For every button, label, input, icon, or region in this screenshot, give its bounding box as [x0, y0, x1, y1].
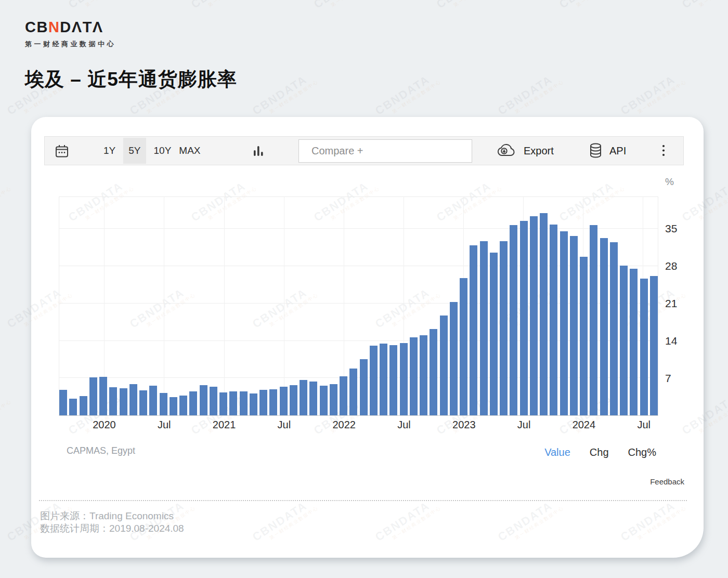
bar [590, 225, 597, 415]
range-button-1y[interactable]: 1Y [103, 145, 115, 156]
watermark-subtext: 第一财经商业数据中心 [0, 398, 13, 435]
bar [420, 335, 427, 415]
watermark: CBNDATA第一财经商业数据中心 [66, 0, 136, 16]
bar [410, 337, 418, 415]
watermark-text: CBNDATA [311, 0, 378, 11]
watermark: CBNDATA第一财经商业数据中心 [250, 68, 320, 123]
bar [600, 238, 608, 415]
chart-card: CBNDATA第一财经商业数据中心CBNDATA第一财经商业数据中心CBNDAT… [31, 117, 704, 558]
logo-data: DΛTΛ [60, 19, 103, 35]
bar [219, 392, 227, 415]
bar [349, 369, 357, 415]
watermark: CBNDATA第一财经商业数据中心 [0, 388, 13, 442]
bar [149, 386, 157, 415]
bar [370, 346, 378, 415]
range-button-10y[interactable]: 10Y [154, 145, 172, 156]
bar [160, 393, 167, 415]
y-axis-label: 7 [665, 372, 671, 385]
watermark: CBNDATA第一财经商业数据中心 [618, 68, 688, 123]
range-button-max[interactable]: MAX [179, 145, 200, 156]
watermark-subtext: 第一财经商业数据中心 [84, 0, 136, 9]
bar-chart-icon [252, 144, 265, 158]
export-button[interactable]: Export [496, 137, 554, 165]
watermark-subtext: 第一财经商业数据中心 [330, 0, 381, 9]
y-axis: 714212835 [665, 196, 701, 416]
bar [640, 279, 648, 415]
watermark: CBNDATA第一财经商业数据中心 [680, 0, 728, 16]
watermark: CBNDATA第一财经商业数据中心 [434, 0, 504, 16]
watermark: CBNDATA第一财经商业数据中心 [311, 0, 381, 16]
bar [109, 387, 117, 415]
bar [520, 221, 528, 415]
brand-logo: CBNDΛTΛ 第一财经商业数据中心 [25, 20, 116, 49]
bar [530, 216, 538, 415]
watermark-text: CBNDATA [434, 0, 501, 11]
bar [470, 245, 477, 415]
caption-block: 图片来源：Trading Economics 数据统计周期：2019.08-20… [40, 510, 184, 535]
y-axis-unit: % [665, 176, 674, 188]
watermark-text: CBNDATA [680, 0, 728, 11]
calendar-icon [54, 143, 70, 159]
bar [380, 344, 387, 415]
bar [259, 390, 267, 415]
x-axis-label: Jul [158, 419, 171, 431]
bar [360, 359, 368, 415]
watermark-text: CBNDATA [0, 175, 10, 225]
chart-type-button[interactable] [252, 144, 265, 158]
chart-attribution: CAPMAS, Egypt [67, 445, 135, 456]
bar [240, 391, 248, 415]
series-toggle-chg[interactable]: Chg [590, 446, 609, 458]
bar [89, 377, 97, 415]
range-selector: 1Y5Y10YMAX [103, 137, 201, 165]
bar [59, 390, 67, 415]
y-axis-label: 35 [665, 222, 677, 235]
watermark: CBNDATA第一财经商业数据中心 [0, 175, 13, 229]
bar [189, 391, 197, 415]
x-axis: 2020Jul2021Jul2022Jul2023Jul2024Jul [59, 418, 659, 433]
series-toggles: ValueChgChg% [544, 446, 656, 458]
watermark: CBNDATA第一财经商业数据中心 [557, 0, 627, 16]
x-axis-label: 2022 [332, 419, 356, 431]
range-button-5y[interactable]: 5Y [123, 138, 146, 164]
watermark-subtext: 第一财经商业数据中心 [0, 0, 13, 9]
series-toggle-value[interactable]: Value [544, 446, 570, 458]
bar [200, 385, 207, 415]
bar [450, 302, 458, 415]
x-axis-label: Jul [278, 419, 291, 431]
bar [300, 380, 307, 415]
y-axis-label: 14 [665, 335, 677, 347]
x-axis-label: 2021 [213, 419, 236, 431]
bar [129, 384, 137, 415]
chart-toolbar: 1Y5Y10YMAX [44, 136, 684, 165]
bar [480, 241, 488, 415]
bar [560, 231, 568, 415]
watermark-subtext: 第一财经商业数据中心 [698, 0, 728, 9]
watermark-text: CBNDATA [0, 0, 10, 11]
x-axis-label: Jul [397, 419, 411, 431]
compare-input[interactable] [298, 139, 472, 163]
bar [430, 329, 437, 415]
calendar-button[interactable] [54, 143, 70, 159]
logo-cb: CB [25, 19, 48, 35]
api-button[interactable]: API [589, 137, 626, 165]
series-toggle-chgpct[interactable]: Chg% [628, 446, 656, 458]
logo-text: CBNDΛTΛ [25, 20, 116, 35]
chart-plot [59, 196, 658, 416]
x-axis-label: 2024 [573, 419, 596, 431]
api-label: API [609, 145, 626, 157]
bar [139, 390, 147, 415]
y-axis-label: 28 [665, 260, 677, 272]
kebab-icon [661, 143, 666, 158]
watermark-subtext: 第一财经商业数据中心 [514, 78, 565, 115]
more-menu-button[interactable] [661, 137, 666, 165]
watermark-text: CBNDATA [373, 68, 439, 118]
logo-subtitle: 第一财经商业数据中心 [25, 40, 116, 49]
watermark-text: CBNDATA [250, 68, 317, 118]
feedback-link[interactable]: Feedback [650, 477, 684, 486]
bar [630, 269, 638, 415]
watermark-text: CBNDATA [0, 388, 10, 438]
bar [170, 397, 177, 415]
export-label: Export [524, 145, 554, 157]
watermark: CBNDATA第一财经商业数据中心 [189, 0, 258, 16]
bar [580, 257, 588, 415]
